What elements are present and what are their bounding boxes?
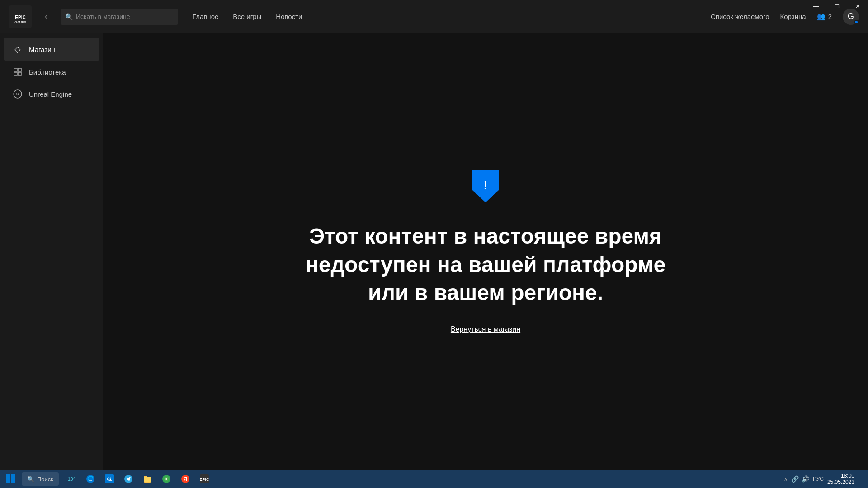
svg-rect-20 xyxy=(144,477,151,482)
svg-text:Я: Я xyxy=(184,476,187,482)
alert-icon: ! xyxy=(472,170,499,204)
title-bar: — ❐ ✕ xyxy=(806,0,868,13)
svg-rect-13 xyxy=(11,479,15,483)
taskbar-app-files[interactable] xyxy=(138,470,156,488)
cart-button[interactable]: Корзина xyxy=(780,13,806,20)
svg-rect-10 xyxy=(6,474,10,479)
sidebar-item-unreal[interactable]: U Unreal Engine xyxy=(4,83,99,105)
taskbar-apps: 19° 🛍 xyxy=(62,470,213,488)
minimize-button[interactable]: — xyxy=(806,0,826,13)
unreal-icon: U xyxy=(13,89,23,99)
tray-icons: 🔗 🔊 xyxy=(791,475,809,483)
taskbar-app-store[interactable]: 🛍 xyxy=(100,470,118,488)
taskbar-search[interactable]: 🔍 Поиск xyxy=(22,472,59,486)
start-button[interactable] xyxy=(2,470,20,488)
search-container: 🔍 xyxy=(61,9,178,25)
sidebar-store-label: Магазин xyxy=(29,46,55,53)
online-dot xyxy=(854,20,859,24)
taskbar-app-weather[interactable]: 19° xyxy=(62,470,80,488)
sidebar-item-library[interactable]: Библиотека xyxy=(4,61,99,82)
nav-news[interactable]: Новости xyxy=(276,13,302,20)
svg-rect-11 xyxy=(11,474,15,479)
taskbar-app-yandex[interactable]: Я xyxy=(176,470,194,488)
taskbar-date: 25.05.2023 xyxy=(827,479,854,485)
search-input[interactable] xyxy=(61,9,178,25)
taskbar-app-browser[interactable] xyxy=(157,470,175,488)
svg-text:U: U xyxy=(16,92,19,96)
nav-links: Главное Все игры Новости xyxy=(193,13,302,20)
svg-rect-5 xyxy=(14,72,17,75)
back-to-store-link[interactable]: Вернуться в магазин xyxy=(451,325,520,333)
sidebar-item-store[interactable]: ◇ Магазин xyxy=(4,38,99,61)
svg-text:🛍: 🛍 xyxy=(107,476,112,482)
error-title: Этот контент в настоящее время недоступе… xyxy=(305,222,666,307)
taskbar-app-telegram[interactable] xyxy=(119,470,137,488)
main-content: ! Этот контент в настоящее время недосту… xyxy=(103,33,868,470)
epic-games-logo[interactable]: EPIC GAMES xyxy=(9,5,32,28)
tray-volume-icon[interactable]: 🔊 xyxy=(802,475,809,483)
taskbar-right: ∧ 🔗 🔊 РУС 18:00 25.05.2023 xyxy=(784,470,866,488)
svg-rect-3 xyxy=(14,68,17,71)
nav-allgames[interactable]: Все игры xyxy=(233,13,261,20)
taskbar-clock[interactable]: 18:00 25.05.2023 xyxy=(827,473,854,485)
svg-rect-4 xyxy=(18,68,21,71)
maximize-button[interactable]: ❐ xyxy=(826,0,847,13)
sidebar: ◇ Магазин Библиотека xyxy=(0,33,103,470)
body-layout: ◇ Магазин Библиотека xyxy=(0,33,868,470)
wishlist-button[interactable]: Список желаемого xyxy=(711,13,769,20)
friends-button[interactable]: 👥 2 xyxy=(817,13,832,21)
close-button[interactable]: ✕ xyxy=(847,0,868,13)
header: EPIC GAMES ‹ 🔍 Главное Все игры Новости … xyxy=(0,0,868,33)
svg-point-23 xyxy=(165,478,167,480)
tray-chevron[interactable]: ∧ xyxy=(784,476,788,482)
taskbar: 🔍 Поиск 19° 🛍 xyxy=(0,470,868,488)
svg-rect-12 xyxy=(6,479,10,483)
friends-icon: 👥 xyxy=(817,13,826,21)
sidebar-library-label: Библиотека xyxy=(29,68,66,76)
taskbar-search-label: Поиск xyxy=(37,476,53,483)
svg-rect-6 xyxy=(18,72,21,75)
svg-text:EPIC: EPIC xyxy=(200,477,209,482)
svg-text:!: ! xyxy=(483,178,487,192)
svg-text:EPIC: EPIC xyxy=(15,14,25,19)
sidebar-unreal-label: Unreal Engine xyxy=(29,90,72,98)
svg-text:GAMES: GAMES xyxy=(14,20,26,23)
taskbar-app-edge[interactable] xyxy=(81,470,99,488)
taskbar-app-epic[interactable]: EPIC xyxy=(195,470,213,488)
nav-home[interactable]: Главное xyxy=(193,13,218,20)
tray-network-icon[interactable]: 🔗 xyxy=(791,475,799,483)
app-container: EPIC GAMES ‹ 🔍 Главное Все игры Новости … xyxy=(0,0,868,470)
taskbar-time: 18:00 xyxy=(827,473,854,479)
store-icon: ◇ xyxy=(13,44,23,54)
friends-count: 2 xyxy=(828,13,832,20)
library-icon xyxy=(13,68,23,76)
show-desktop-button[interactable] xyxy=(860,470,863,488)
back-button[interactable]: ‹ xyxy=(39,9,53,24)
taskbar-search-icon: 🔍 xyxy=(27,476,34,483)
taskbar-language[interactable]: РУС xyxy=(813,476,824,482)
